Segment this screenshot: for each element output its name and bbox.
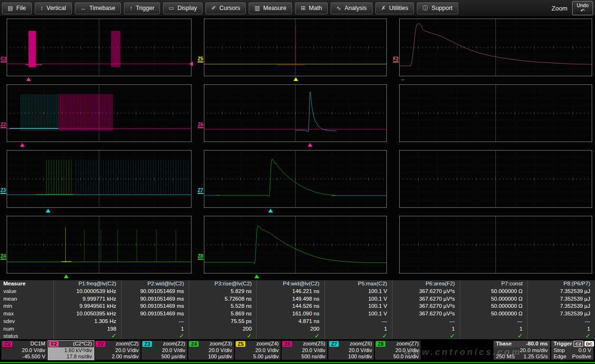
measure-p8-min: 7.352539 µJ — [527, 303, 595, 310]
menu-vertical[interactable]: ↕Vertical — [35, 2, 72, 14]
measure-row-label-mean: mean — [0, 295, 53, 303]
trace-label-cell: Z5 — [197, 16, 204, 82]
descriptor-c2[interactable]: C2DC1M20.0 V/div-45.500 V — [1, 341, 47, 360]
menu-label: Analysis — [344, 5, 367, 11]
oscilloscope-app: ▤File↕Vertical↔Timebase↑Trigger▭Display✐… — [0, 0, 595, 364]
descriptor-source: zoom(Z2) — [163, 341, 185, 346]
trace-label-z8[interactable]: Z8 — [198, 253, 203, 260]
waveform-panel-z4[interactable] — [7, 216, 192, 273]
measure-p8-mean: 7.352539 µJ — [527, 295, 595, 303]
trigger-position-marker[interactable] — [46, 209, 50, 212]
trigger-position-marker[interactable] — [64, 274, 69, 278]
menu-label: Math — [309, 5, 322, 11]
descriptor-z3[interactable]: Z3zoom(Z2)20.0 V/div500 µs/div — [141, 341, 187, 360]
descriptor-scale: 20.0 V/div — [95, 347, 141, 354]
descriptor-f2[interactable]: F2(C2*C2)1.60 kV²/div17.8 ns/div — [48, 341, 94, 360]
zoom-mode-label: Zoom — [552, 5, 567, 12]
trace-label-z4[interactable]: Z4 — [0, 253, 6, 260]
trace-label-z2[interactable]: Z2 — [0, 122, 6, 128]
waveform-panel-f2[interactable] — [399, 19, 592, 76]
trigger-type: Edge — [554, 354, 566, 360]
measure-p6-value: 367.6270 µV²s — [392, 288, 460, 295]
trace-label-z3[interactable]: Z3 — [0, 188, 6, 194]
trace-label-z5[interactable]: Z5 — [198, 56, 203, 62]
measure-p3-mean: 5.72608 ns — [189, 295, 256, 303]
trigger-level-arrow[interactable] — [189, 61, 193, 66]
trace-label-cell: Z7 — [197, 148, 204, 213]
measure-header-p5[interactable]: P5:max(C2) — [324, 280, 392, 288]
menu-display[interactable]: ▭Display — [163, 2, 202, 14]
trace-label-f2[interactable]: F2 — [393, 56, 399, 62]
trigger-position-marker[interactable] — [268, 209, 273, 212]
waveform-panel-z2[interactable] — [7, 84, 192, 142]
analysis-icon: ∿ — [336, 5, 341, 11]
measure-header-p3[interactable]: P3:rise@lv(C2) — [189, 280, 256, 288]
trigger-icon: ↑ — [130, 5, 132, 11]
descriptor-z2[interactable]: Z2zoom(C2)20.0 V/div2.00 ms/div — [95, 341, 141, 360]
waveform-panel-c2[interactable] — [7, 19, 192, 76]
descriptor-offset: 2.00 ms/div — [95, 354, 141, 360]
menu-label: Cursors — [219, 5, 240, 11]
support-icon: ⓘ — [423, 4, 428, 12]
waveform-panel-z3[interactable] — [7, 150, 192, 208]
measure-p5-num: 1 — [324, 325, 392, 333]
menu-cursors[interactable]: ✐Cursors — [205, 2, 246, 14]
waveform-panel-z8[interactable] — [204, 216, 387, 273]
waveform-panel-z5[interactable] — [204, 19, 387, 76]
trace-label-cell: F2 — [393, 16, 399, 82]
waveform-grid-area: C2Z5F2←Z2Z6Z3Z7Z4Z8 — [0, 16, 595, 279]
measure-p1-num: 198 — [53, 325, 121, 333]
measure-header-p7[interactable]: P7:const — [460, 280, 527, 288]
undo-button[interactable]: Undo ↶ — [572, 1, 593, 15]
waveform-panel-gr4[interactable] — [399, 216, 592, 273]
descriptor-z7[interactable]: Z7zoom(Z6)20.0 V/div100 ns/div — [328, 341, 374, 360]
timebase-rate: 1.25 GS/s — [524, 354, 548, 360]
channel-tag-z2: Z2 — [96, 341, 105, 347]
menu-math[interactable]: ⊞Math — [295, 2, 328, 14]
trigger-position-marker[interactable] — [254, 274, 259, 278]
menu-support[interactable]: ⓘSupport — [417, 2, 458, 14]
measure-p7-num: 1 — [460, 325, 527, 333]
measure-p1-mean: 9.999771 kHz — [53, 295, 121, 303]
descriptor-z4[interactable]: Z4zoom(Z3)20.0 V/div100 µs/div — [188, 341, 234, 360]
trigger-descriptor[interactable]: Trigger C2DC Stop 0.0 V Edge Positive — [551, 341, 594, 360]
descriptor-offset: 5.00 µs/div — [235, 354, 281, 360]
waveform-panel-gr3[interactable] — [399, 150, 592, 208]
menu-file[interactable]: ▤File — [2, 2, 32, 14]
trigger-position-marker[interactable] — [20, 143, 25, 147]
measure-header-p6[interactable]: P6:area(F2) — [392, 280, 460, 288]
menu-trigger[interactable]: ↑Trigger — [124, 2, 160, 14]
measure-header-p2[interactable]: P2:wid@lv(C2) — [121, 280, 189, 288]
measure-header-p8[interactable]: P8:(P6/P7) — [527, 280, 595, 288]
measure-p8-sdev: --- — [527, 318, 595, 325]
descriptor-offset: -45.500 V — [1, 354, 47, 360]
measure-header-p1[interactable]: P1:freq@lv(C2) — [53, 280, 121, 288]
descriptor-source: zoom(Z6) — [350, 341, 372, 346]
panel-gap — [387, 148, 393, 213]
descriptor-scale: 20.0 V/div — [328, 347, 374, 354]
menu-measure[interactable]: ▥Measure — [249, 2, 292, 14]
waveform-panel-z7[interactable] — [204, 150, 387, 208]
trace-label-c2[interactable]: C2 — [0, 56, 7, 62]
descriptor-z5[interactable]: Z5zoom(Z4)20.0 V/div5.00 µs/div — [235, 341, 281, 360]
file-icon: ▤ — [8, 5, 13, 11]
trigger-position-marker[interactable] — [26, 77, 31, 81]
measure-p5-sdev: --- — [324, 318, 392, 325]
measure-header-p4[interactable]: P4:wid@lv(C2) — [256, 280, 324, 288]
menu-utilities[interactable]: ✗Utilities — [375, 2, 414, 14]
trace-label-z6[interactable]: Z6 — [198, 122, 203, 128]
measure-row-label-sdev: sdev — [0, 318, 53, 325]
waveform-panel-z6[interactable] — [204, 84, 387, 142]
trigger-position-marker[interactable] — [308, 143, 313, 147]
panel-gap — [192, 82, 197, 148]
menu-timebase[interactable]: ↔Timebase — [75, 2, 121, 14]
waveform-panel-gr2[interactable] — [399, 84, 592, 142]
trace-label-z7[interactable]: Z7 — [198, 188, 203, 194]
menu-items: ▤File↕Vertical↔Timebase↑Trigger▭Display✐… — [0, 2, 461, 14]
trigger-position-marker[interactable] — [293, 77, 298, 81]
descriptor-scale: 20.0 V/div — [235, 347, 281, 354]
measure-p3-num: 200 — [189, 325, 256, 333]
descriptor-z6[interactable]: Z6zoom(Z5)20.0 V/div500 ns/div — [282, 341, 327, 360]
menu-analysis[interactable]: ∿Analysis — [331, 2, 373, 14]
descriptor-source: zoom(Z7) — [396, 341, 419, 346]
